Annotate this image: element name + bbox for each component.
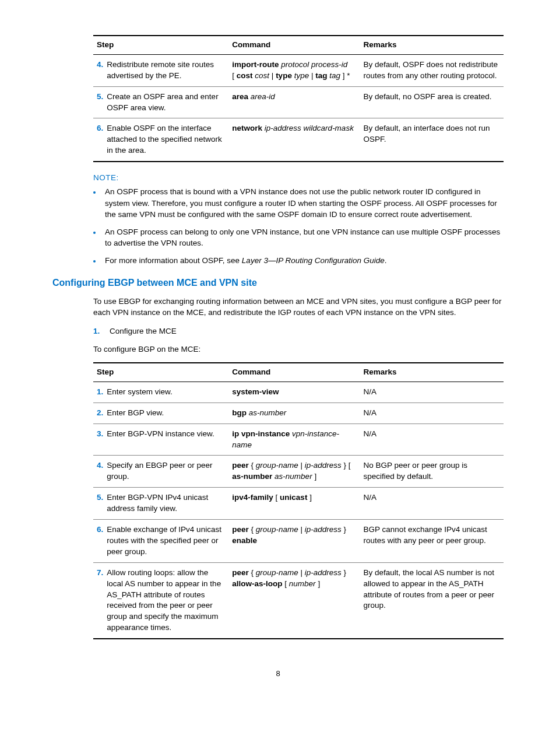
table-row: 3.Enter BGP-VPN instance view. ip vpn-in…	[93, 424, 504, 456]
step-number: 5.	[97, 92, 107, 103]
numbered-step: 1.Configure the MCE	[93, 326, 504, 337]
th-step: Step	[93, 36, 228, 54]
command-cell: network ip-address wildcard-mask	[228, 118, 360, 162]
step-desc: Redistribute remote site routes advertis…	[107, 60, 225, 82]
page-number: 8	[52, 668, 504, 679]
th-command: Command	[228, 36, 360, 54]
note-label: NOTE:	[93, 173, 504, 184]
command-cell: area area-id	[228, 86, 360, 118]
table-row: 2.Enter BGP view. bgp as-number N/A	[93, 402, 504, 424]
list-item: An OSPF process that is bound with a VPN…	[101, 186, 504, 220]
note-list: An OSPF process that is bound with a VPN…	[101, 186, 504, 266]
remarks-cell: By default, no OSPF area is created.	[360, 86, 504, 118]
section-heading: Configuring EBGP between MCE and VPN sit…	[52, 276, 504, 289]
ospf-steps-table: Step Command Remarks 4.Redistribute remo…	[93, 35, 504, 162]
step-desc: Create an OSPF area and enter OSPF area …	[107, 92, 225, 114]
remarks-cell: By default, an interface does not run OS…	[360, 118, 504, 162]
table-row: 1.Enter system view. system-view N/A	[93, 382, 504, 402]
table-row: 4.Specify an EBGP peer or peer group. pe…	[93, 456, 504, 488]
sub-paragraph: To configure BGP on the MCE:	[93, 344, 504, 355]
step-number: 6.	[97, 123, 107, 134]
th-step: Step	[93, 363, 228, 382]
table-row: 4.Redistribute remote site routes advert…	[93, 54, 504, 86]
command-cell: import-route protocol process-id[ cost c…	[228, 54, 360, 86]
step-number: 4.	[97, 60, 107, 71]
intro-paragraph: To use EBGP for exchanging routing infor…	[93, 296, 504, 318]
step-desc: Enable OSPF on the interface attached to…	[107, 123, 225, 156]
th-remarks: Remarks	[360, 36, 504, 54]
th-command: Command	[228, 363, 360, 382]
table-row: 6.Enable exchange of IPv4 unicast routes…	[93, 520, 504, 563]
table-row: 7.Allow routing loops: allow the local A…	[93, 562, 504, 639]
table-row: 5.Create an OSPF area and enter OSPF are…	[93, 86, 504, 118]
bgp-steps-table: Step Command Remarks 1.Enter system view…	[93, 362, 504, 639]
remarks-cell: By default, OSPF does not redistribute r…	[360, 54, 504, 86]
list-item: An OSPF process can belong to only one V…	[101, 226, 504, 249]
list-item: For more information about OSPF, see Lay…	[101, 255, 504, 267]
table-row: 6.Enable OSPF on the interface attached …	[93, 118, 504, 162]
table-row: 5.Enter BGP-VPN IPv4 unicast address fam…	[93, 488, 504, 520]
th-remarks: Remarks	[360, 363, 504, 382]
